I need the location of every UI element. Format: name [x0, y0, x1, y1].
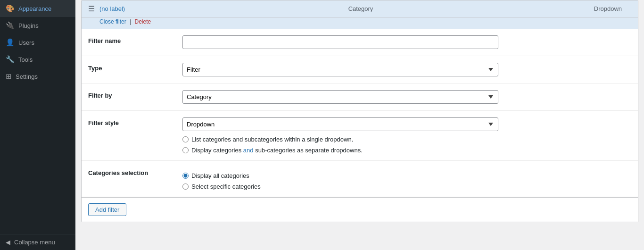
appearance-icon: 🎨 [6, 4, 15, 13]
main-content: ☰ (no label) Category Dropdown Close fil… [75, 0, 644, 250]
collapse-menu-label: Collapse menu [14, 239, 55, 246]
type-row: Type Filter [82, 56, 638, 83]
filter-header-dropdown: Dropdown [451, 5, 631, 12]
filter-header-category: Category [275, 5, 446, 12]
categories-select-specific-radio[interactable] [182, 183, 189, 190]
sidebar-item-plugins-label: Plugins [18, 22, 39, 29]
sidebar-item-tools-label: Tools [18, 56, 33, 63]
filter-style-field: Dropdown List categories and subcategori… [176, 111, 638, 161]
filter-style-radio2-item[interactable]: Display categories and sub-categories as… [182, 147, 631, 154]
categories-display-all-radio[interactable] [182, 173, 189, 179]
filter-header-label: (no label) [99, 5, 271, 12]
sidebar-item-settings[interactable]: ⊞ Settings [0, 68, 75, 85]
collapse-menu-button[interactable]: ◀ Collapse menu [0, 234, 75, 250]
type-field: Filter [176, 56, 638, 83]
categories-display-all-item[interactable]: Display all categories [182, 172, 631, 179]
categories-selection-radio-group: Display all categories Select specific c… [182, 172, 631, 190]
filter-style-row: Filter style Dropdown List categories an… [82, 111, 638, 161]
plugins-icon: 🔌 [6, 21, 15, 30]
sidebar: 🎨 Appearance 🔌 Plugins 👤 Users 🔧 Tools ⊞… [0, 0, 75, 250]
sidebar-item-appearance-label: Appearance [18, 5, 51, 12]
filter-name-input[interactable] [182, 35, 498, 49]
filter-style-radio2[interactable] [182, 147, 189, 153]
filter-style-radio2-label: Display categories and sub-categories as… [191, 147, 363, 154]
sidebar-item-appearance[interactable]: 🎨 Appearance [0, 0, 75, 17]
categories-selection-row: Categories selection Display all categor… [82, 161, 638, 197]
categories-select-specific-label: Select specific categories [191, 183, 261, 190]
categories-selection-field: Display all categories Select specific c… [176, 161, 638, 197]
filter-by-row: Filter by Category [82, 83, 638, 111]
sidebar-item-settings-label: Settings [16, 73, 38, 80]
type-label: Type [82, 56, 176, 83]
sidebar-item-users-label: Users [18, 39, 34, 46]
filter-name-label: Filter name [82, 29, 176, 56]
filter-by-label: Filter by [82, 83, 176, 111]
filter-name-row: Filter name [82, 29, 638, 56]
delete-filter-link[interactable]: Delete [135, 18, 151, 25]
users-icon: 👤 [6, 38, 15, 47]
sidebar-item-plugins[interactable]: 🔌 Plugins [0, 17, 75, 34]
filter-by-field: Category [176, 83, 638, 111]
settings-icon: ⊞ [6, 72, 12, 81]
filter-header: ☰ (no label) Category Dropdown [82, 0, 638, 17]
type-select[interactable]: Filter [182, 63, 498, 76]
close-filter-link[interactable]: Close filter [99, 18, 126, 25]
filter-style-radio-group: List categories and subcategories within… [182, 136, 631, 154]
collapse-icon: ◀ [6, 239, 10, 246]
filter-style-select[interactable]: Dropdown [182, 117, 498, 131]
filter-panel: ☰ (no label) Category Dropdown Close fil… [81, 0, 638, 222]
filter-style-radio1-item[interactable]: List categories and subcategories within… [182, 136, 631, 143]
filter-style-radio1[interactable] [182, 136, 189, 142]
categories-selection-label: Categories selection [82, 161, 176, 197]
filter-subheader: Close filter | Delete [82, 17, 638, 29]
drag-handle-icon[interactable]: ☰ [88, 4, 95, 13]
categories-select-specific-item[interactable]: Select specific categories [182, 183, 631, 190]
filter-by-select[interactable]: Category [182, 90, 498, 104]
sidebar-item-tools[interactable]: 🔧 Tools [0, 51, 75, 68]
filter-style-label: Filter style [82, 111, 176, 161]
separator: | [130, 18, 131, 25]
add-filter-bar: Add filter [82, 197, 638, 222]
filter-style-radio1-label: List categories and subcategories within… [191, 136, 353, 143]
filter-style-radio2-link[interactable]: and [243, 147, 254, 154]
sidebar-item-users[interactable]: 👤 Users [0, 34, 75, 51]
categories-display-all-label: Display all categories [191, 172, 249, 179]
filter-form: Filter name Type Filter Filte [82, 29, 638, 197]
filter-name-field [176, 29, 638, 56]
tools-icon: 🔧 [6, 55, 15, 64]
add-filter-button[interactable]: Add filter [88, 203, 126, 216]
